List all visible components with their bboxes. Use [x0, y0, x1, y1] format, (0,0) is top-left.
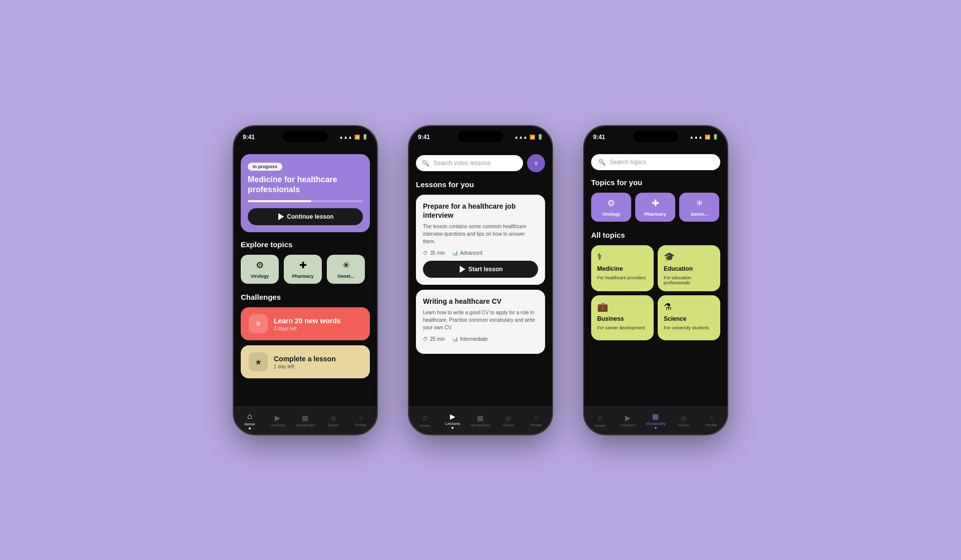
all-topic-science[interactable]: ⚗ Science For university students — [658, 295, 720, 340]
search-bar-2[interactable]: 🔍 Search video lessons — [416, 155, 523, 171]
purple-virology-label: Virology — [602, 212, 620, 217]
virology-icon: ⚙ — [256, 260, 264, 271]
nav-lessons-3[interactable]: ▶ Lessons — [614, 414, 642, 427]
nav-tutors-3[interactable]: ☺ Tutors — [670, 414, 698, 427]
nav-vocab-1[interactable]: ▦ Vocabulary — [291, 414, 319, 427]
education-sub: For education professionals — [664, 275, 714, 285]
topic-chip-pharmacy[interactable]: ✚ Pharmacy — [284, 255, 322, 284]
topic-chip-purple-virology[interactable]: ⚙ Virology — [591, 193, 631, 222]
pharmacy-label: Pharmacy — [292, 274, 313, 279]
tutors-nav-label-3: Tutors — [678, 423, 689, 427]
lessons-nav-dot-2 — [451, 427, 453, 429]
tutors-nav-icon-3: ☺ — [680, 414, 687, 422]
nav-tutors-2[interactable]: ☺ Tutors — [495, 414, 523, 427]
lesson-title-1: Prepare for a healthcare job interview — [423, 202, 538, 220]
progress-bar-fill — [248, 200, 311, 202]
nav-profile-2[interactable]: ○ Profile — [522, 414, 550, 427]
continue-btn-text: Continue lesson — [287, 213, 333, 220]
profile-nav-label-1: Profile — [355, 423, 367, 427]
home-nav-label-3: Home — [595, 423, 605, 428]
lesson-desc-1: The lesson contains some common healthca… — [423, 223, 538, 245]
level-icon-1: 📊 — [452, 250, 458, 256]
lesson-meta-2: ⏱ 25 min 📊 Intermediate — [423, 336, 538, 342]
lesson-level-1: 📊 Advanced — [452, 250, 482, 256]
challenge-sub-1: 3 days left — [274, 326, 341, 331]
home-nav-dot-1 — [249, 427, 251, 429]
continue-lesson-button[interactable]: Continue lesson — [248, 208, 363, 225]
nav-tutors-1[interactable]: ☺ Tutors — [319, 414, 347, 427]
start-lesson-text-1: Start lesson — [468, 266, 503, 273]
virology-label: Virology — [251, 274, 269, 279]
clock-icon-2: ⏱ — [423, 336, 428, 342]
bottom-nav-1: ⌂ Home ▶ Lessons ▦ Vocabulary ☺ Tutors ○… — [234, 406, 377, 434]
lesson-card-2: Writing a healthcare CV Learn how to wri… — [416, 290, 545, 354]
home-nav-label-2: Home — [419, 423, 430, 428]
nav-lessons-1[interactable]: ▶ Lessons — [264, 414, 292, 427]
medicine-icon: ⚕ — [597, 251, 648, 262]
topic-chip-genetics[interactable]: ✳ Genet... — [327, 255, 365, 284]
all-topic-business[interactable]: 💼 Business For career development — [591, 295, 654, 340]
search-bar-container-2: 🔍 Search video lessons ≡ — [416, 154, 545, 172]
home-nav-label-1: Home — [244, 422, 255, 426]
challenge-sub-2: 1 day left — [274, 364, 336, 369]
vocab-nav-label-1: Vocabulary — [295, 423, 315, 427]
status-bar-1: 9:41 ▲▲▲ 📶 🔋 — [234, 126, 377, 148]
topics-row: ⚙ Virology ✚ Pharmacy ✳ Genet... — [241, 255, 370, 284]
nav-home-2[interactable]: ⌂ Home — [411, 413, 439, 428]
topic-chip-purple-genetics[interactable]: ✳ Genet... — [679, 193, 719, 222]
nav-vocab-3[interactable]: ▦ Vocabulary — [642, 412, 670, 429]
dynamic-island-3 — [633, 131, 678, 142]
filter-button-2[interactable]: ≡ — [527, 154, 545, 172]
vocab-nav-icon-2: ▦ — [477, 414, 484, 422]
lesson-duration-2: ⏱ 25 min — [423, 336, 445, 342]
start-lesson-button-1[interactable]: Start lesson — [423, 261, 538, 278]
business-sub: For career development — [597, 325, 648, 330]
nav-home-1[interactable]: ⌂ Home — [236, 412, 264, 429]
dynamic-island-2 — [458, 131, 503, 142]
phone-lessons: 9:41 ▲▲▲ 📶 🔋 🔍 Search video lessons ≡ — [408, 125, 553, 435]
play-icon — [277, 213, 284, 220]
vocab-nav-label-2: Vocabulary — [470, 423, 491, 427]
all-topic-medicine[interactable]: ⚕ Medicine For healthcare providers — [591, 245, 654, 291]
vocab-nav-icon-3: ▦ — [652, 412, 659, 420]
bottom-nav-3: ⌂ Home ▶ Lessons ▦ Vocabulary ☺ Tutors ○… — [584, 406, 727, 434]
tutors-nav-icon-2: ☺ — [505, 414, 512, 422]
purple-genetics-label: Genet... — [691, 212, 707, 217]
bottom-nav-2: ⌂ Home ▶ Lessons ▦ Vocabulary ☺ Tutors ○… — [409, 406, 552, 434]
progress-card: In progress Medicine for healthcare prof… — [241, 154, 370, 233]
search-icon-2: 🔍 — [422, 160, 429, 167]
topic-chip-virology[interactable]: ⚙ Virology — [241, 255, 279, 284]
nav-profile-1[interactable]: ○ Profile — [347, 414, 375, 427]
all-topic-education[interactable]: 🎓 Education For education professionals — [658, 245, 720, 291]
profile-nav-label-3: Profile — [706, 423, 717, 427]
medicine-sub: For healthcare providers — [597, 275, 648, 280]
lessons-content: 🔍 Search video lessons ≡ Lessons for you… — [409, 148, 552, 406]
search-bar-3[interactable]: 🔍 Search topics — [591, 154, 720, 170]
time-1: 9:41 — [243, 134, 255, 141]
lesson-title-2: Writing a healthcare CV — [423, 297, 538, 306]
status-icons-3: ▲▲▲ 📶 🔋 — [689, 134, 718, 140]
level-icon-2: 📊 — [452, 336, 458, 342]
challenge-card-1[interactable]: ≡ Learn 20 new words 3 days left — [241, 307, 370, 340]
education-title: Education — [664, 265, 714, 272]
time-2: 9:41 — [418, 134, 430, 141]
play-icon-lesson-1 — [458, 266, 465, 273]
topic-chip-purple-pharmacy[interactable]: ✚ Pharmacy — [635, 193, 675, 222]
tutors-nav-icon-1: ☺ — [329, 414, 336, 422]
nav-lessons-2[interactable]: ▶ Lessons — [439, 412, 467, 429]
nav-home-3[interactable]: ⌂ Home — [586, 413, 614, 428]
lessons-heading: Lessons for you — [416, 180, 545, 189]
status-icons-1: ▲▲▲ 📶 🔋 — [339, 134, 368, 140]
genetics-label: Genet... — [337, 274, 354, 279]
challenge-card-2[interactable]: ★ Complete a lesson 1 day left — [241, 345, 370, 378]
purple-pharmacy-icon: ✚ — [652, 198, 659, 209]
status-icons-2: ▲▲▲ 📶 🔋 — [514, 134, 543, 140]
lessons-nav-icon-3: ▶ — [625, 414, 631, 422]
clock-icon-1: ⏱ — [423, 250, 428, 256]
challenge-icon-2: ★ — [249, 352, 268, 371]
nav-vocab-2[interactable]: ▦ Vocabulary — [466, 414, 495, 427]
nav-profile-3[interactable]: ○ Profile — [697, 414, 725, 427]
search-icon-3: 🔍 — [598, 159, 606, 166]
phone-vocabulary: 9:41 ▲▲▲ 📶 🔋 🔍 Search topics Topics for … — [583, 125, 728, 435]
lesson-card-1: Prepare for a healthcare job interview T… — [416, 195, 545, 285]
